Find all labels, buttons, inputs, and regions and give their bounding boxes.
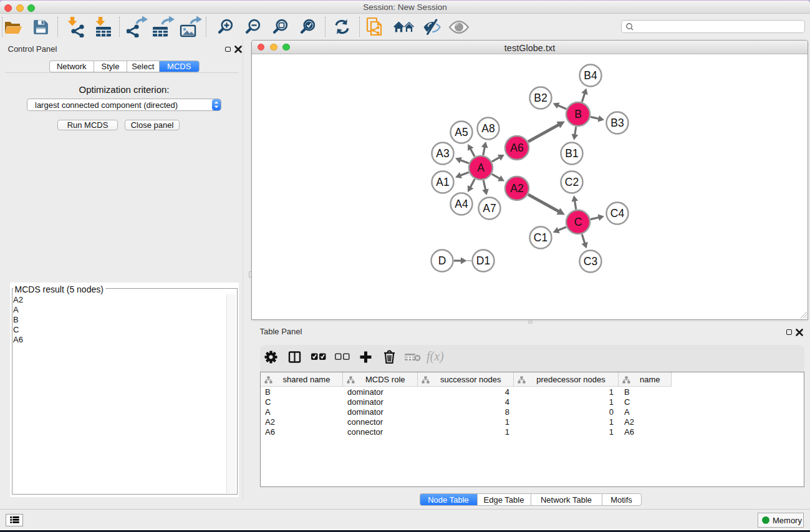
- svg-text:B: B: [574, 108, 582, 120]
- svg-text:A2: A2: [510, 182, 523, 195]
- svg-text:C: C: [574, 216, 582, 228]
- svg-text:C1: C1: [534, 231, 547, 244]
- svg-text:B3: B3: [610, 117, 624, 129]
- svg-text:D1: D1: [476, 254, 490, 267]
- svg-text:A6: A6: [510, 142, 523, 154]
- svg-text:A: A: [477, 162, 485, 174]
- svg-text:A8: A8: [481, 122, 494, 135]
- svg-text:C4: C4: [610, 207, 625, 220]
- svg-text:A1: A1: [436, 176, 449, 188]
- svg-text:B4: B4: [584, 69, 597, 82]
- svg-text:A5: A5: [455, 126, 468, 138]
- svg-text:B1: B1: [565, 147, 578, 160]
- svg-text:C3: C3: [584, 255, 597, 268]
- svg-text:B2: B2: [534, 92, 547, 104]
- svg-text:A7: A7: [483, 202, 496, 215]
- svg-text:C2: C2: [565, 176, 579, 188]
- svg-text:D: D: [438, 254, 446, 267]
- svg-text:A4: A4: [455, 198, 468, 210]
- svg-text:A3: A3: [436, 147, 449, 160]
